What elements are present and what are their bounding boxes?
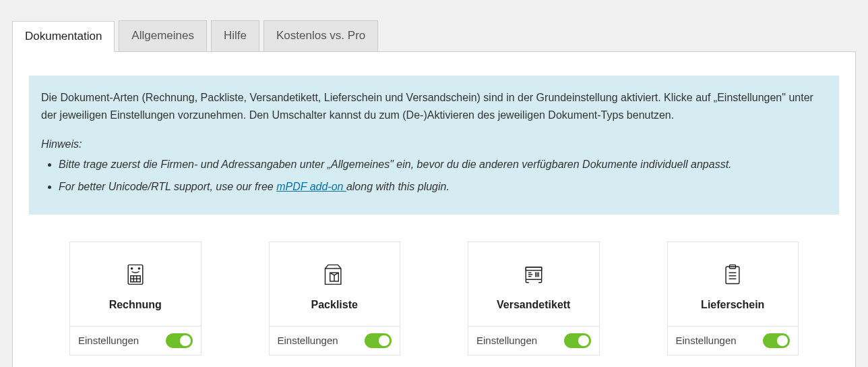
card-lieferschein: Lieferschein Einstellungen <box>667 242 799 356</box>
notice-intro: Die Dokument-Arten (Rechnung, Packliste,… <box>41 89 827 123</box>
card-packliste: Packliste Einstellungen <box>269 242 401 356</box>
tab-hilfe[interactable]: Hilfe <box>211 20 259 51</box>
svg-point-6 <box>138 268 140 269</box>
card-footer: Einstellungen <box>468 326 599 355</box>
tab-dokumentation[interactable]: Dokumentation <box>12 21 115 52</box>
label-icon <box>522 262 546 289</box>
document-cards: Rechnung Einstellungen <box>29 242 839 356</box>
mpdf-addon-link[interactable]: mPDF add-on <box>276 181 346 192</box>
svg-rect-18 <box>726 266 739 283</box>
card-footer: Einstellungen <box>270 326 400 355</box>
settings-link-packliste[interactable]: Einstellungen <box>278 335 338 346</box>
toggle-lieferschein[interactable] <box>763 333 790 348</box>
card-title: Lieferschein <box>701 299 764 311</box>
package-icon <box>322 262 346 289</box>
settings-link-rechnung[interactable]: Einstellungen <box>78 335 139 346</box>
invoice-icon <box>123 262 148 289</box>
card-title: Versandetikett <box>497 299 570 311</box>
card-footer: Einstellungen <box>70 326 201 355</box>
card-body: Versandetikett <box>468 242 599 326</box>
card-body: Packliste <box>270 242 400 326</box>
card-versandetikett: Versandetikett Einstellungen <box>468 242 600 356</box>
card-title: Rechnung <box>109 299 162 311</box>
svg-rect-11 <box>526 267 541 271</box>
tab-content: Die Dokument-Arten (Rechnung, Packliste,… <box>12 52 856 367</box>
card-rechnung: Rechnung Einstellungen <box>69 242 202 356</box>
svg-point-5 <box>131 268 132 269</box>
notice-bullet-2-prefix: For better Unicode/RTL support, use our … <box>59 181 276 192</box>
toggle-packliste[interactable] <box>365 333 392 348</box>
svg-rect-10 <box>526 267 541 279</box>
info-notice: Die Dokument-Arten (Rechnung, Packliste,… <box>29 76 839 215</box>
toggle-rechnung[interactable] <box>166 333 193 348</box>
clipboard-icon <box>720 262 745 289</box>
tabs: Dokumentation Allgemeines Hilfe Kostenlo… <box>12 20 856 52</box>
notice-bullet-2: For better Unicode/RTL support, use our … <box>59 178 827 196</box>
notice-list: Bitte trage zuerst die Firmen- und Adres… <box>41 156 827 196</box>
settings-link-lieferschein[interactable]: Einstellungen <box>676 335 737 346</box>
tab-allgemeines[interactable]: Allgemeines <box>119 20 207 51</box>
card-body: Rechnung <box>70 242 201 326</box>
tab-kostenlos-vs-pro[interactable]: Kostenlos vs. Pro <box>264 20 378 51</box>
settings-link-versandetikett[interactable]: Einstellungen <box>476 335 537 346</box>
notice-bullet-1: Bitte trage zuerst die Firmen- und Adres… <box>59 156 827 173</box>
card-footer: Einstellungen <box>668 326 799 355</box>
card-body: Lieferschein <box>668 242 799 326</box>
toggle-versandetikett[interactable] <box>564 333 591 348</box>
notice-hint-label: Hinweis: <box>41 136 827 153</box>
card-title: Packliste <box>311 299 358 311</box>
notice-bullet-2-suffix: along with this plugin. <box>346 181 450 192</box>
